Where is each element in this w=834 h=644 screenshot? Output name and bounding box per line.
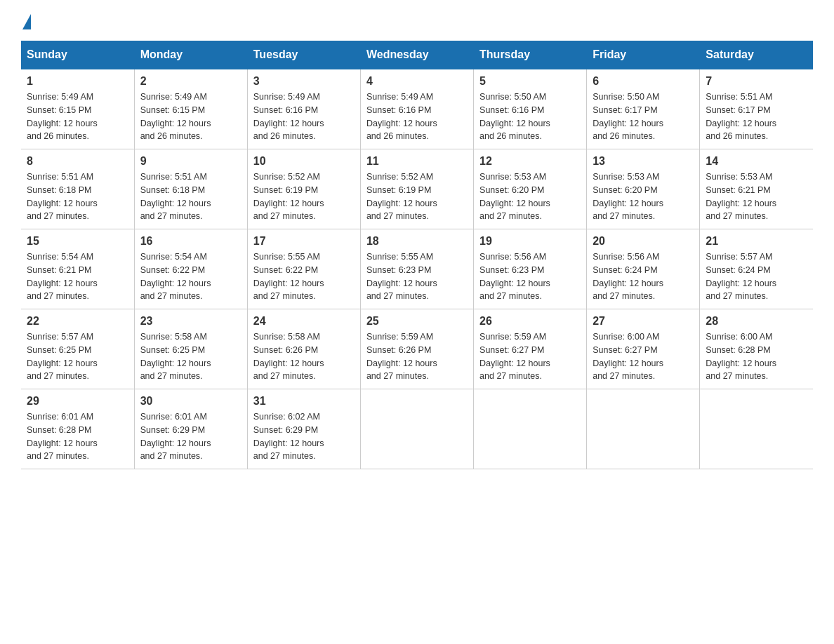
calendar-cell: 11Sunrise: 5:52 AMSunset: 6:19 PMDayligh…	[360, 149, 473, 229]
day-number: 31	[253, 395, 355, 408]
day-info: Sunrise: 6:01 AMSunset: 6:28 PMDaylight:…	[27, 410, 128, 463]
day-number: 29	[27, 395, 128, 408]
day-number: 15	[27, 235, 128, 248]
calendar-cell: 21Sunrise: 5:57 AMSunset: 6:24 PMDayligh…	[700, 229, 813, 309]
day-number: 16	[140, 235, 241, 248]
calendar-cell: 9Sunrise: 5:51 AMSunset: 6:18 PMDaylight…	[134, 149, 247, 229]
calendar-cell: 26Sunrise: 5:59 AMSunset: 6:27 PMDayligh…	[474, 309, 587, 389]
calendar-cell: 15Sunrise: 5:54 AMSunset: 6:21 PMDayligh…	[21, 229, 134, 309]
day-number: 24	[253, 315, 355, 328]
weekday-header-saturday: Saturday	[700, 41, 813, 69]
day-number: 28	[706, 315, 807, 328]
calendar-cell: 16Sunrise: 5:54 AMSunset: 6:22 PMDayligh…	[134, 229, 247, 309]
calendar-cell: 20Sunrise: 5:56 AMSunset: 6:24 PMDayligh…	[587, 229, 700, 309]
day-number: 25	[366, 315, 468, 328]
day-number: 30	[140, 395, 241, 408]
day-number: 8	[27, 155, 128, 168]
day-info: Sunrise: 5:51 AMSunset: 6:17 PMDaylight:…	[706, 90, 807, 143]
day-number: 26	[479, 315, 581, 328]
day-info: Sunrise: 6:01 AMSunset: 6:29 PMDaylight:…	[140, 410, 241, 463]
day-number: 19	[479, 235, 581, 248]
calendar-cell: 13Sunrise: 5:53 AMSunset: 6:20 PMDayligh…	[587, 149, 700, 229]
calendar-cell: 28Sunrise: 6:00 AMSunset: 6:28 PMDayligh…	[700, 309, 813, 389]
calendar-cell: 3Sunrise: 5:49 AMSunset: 6:16 PMDaylight…	[247, 69, 360, 149]
day-info: Sunrise: 5:55 AMSunset: 6:23 PMDaylight:…	[366, 250, 468, 303]
day-info: Sunrise: 5:53 AMSunset: 6:20 PMDaylight:…	[479, 170, 581, 223]
calendar-cell: 6Sunrise: 5:50 AMSunset: 6:17 PMDaylight…	[587, 69, 700, 149]
calendar-cell: 2Sunrise: 5:49 AMSunset: 6:15 PMDaylight…	[134, 69, 247, 149]
day-info: Sunrise: 6:00 AMSunset: 6:27 PMDaylight:…	[593, 330, 694, 383]
calendar-cell: 29Sunrise: 6:01 AMSunset: 6:28 PMDayligh…	[21, 389, 134, 469]
weekday-header-friday: Friday	[587, 41, 700, 69]
day-number: 2	[140, 75, 241, 88]
day-info: Sunrise: 5:57 AMSunset: 6:25 PMDaylight:…	[27, 330, 128, 383]
day-number: 7	[706, 75, 807, 88]
day-number: 21	[706, 235, 807, 248]
day-number: 5	[479, 75, 581, 88]
day-number: 20	[593, 235, 694, 248]
day-number: 27	[593, 315, 694, 328]
calendar-cell: 14Sunrise: 5:53 AMSunset: 6:21 PMDayligh…	[700, 149, 813, 229]
day-number: 22	[27, 315, 128, 328]
day-info: Sunrise: 5:54 AMSunset: 6:21 PMDaylight:…	[27, 250, 128, 303]
day-number: 18	[366, 235, 468, 248]
day-number: 14	[706, 155, 807, 168]
day-info: Sunrise: 5:56 AMSunset: 6:23 PMDaylight:…	[479, 250, 581, 303]
day-info: Sunrise: 5:50 AMSunset: 6:16 PMDaylight:…	[479, 90, 581, 143]
weekday-header-tuesday: Tuesday	[247, 41, 360, 69]
day-info: Sunrise: 5:59 AMSunset: 6:26 PMDaylight:…	[366, 330, 468, 383]
weekday-header-row: SundayMondayTuesdayWednesdayThursdayFrid…	[21, 41, 813, 69]
day-info: Sunrise: 6:00 AMSunset: 6:28 PMDaylight:…	[706, 330, 807, 383]
day-number: 10	[253, 155, 355, 168]
day-info: Sunrise: 5:59 AMSunset: 6:27 PMDaylight:…	[479, 330, 581, 383]
calendar-cell: 19Sunrise: 5:56 AMSunset: 6:23 PMDayligh…	[474, 229, 587, 309]
calendar-table: SundayMondayTuesdayWednesdayThursdayFrid…	[21, 41, 813, 469]
day-info: Sunrise: 5:54 AMSunset: 6:22 PMDaylight:…	[140, 250, 241, 303]
calendar-cell: 31Sunrise: 6:02 AMSunset: 6:29 PMDayligh…	[247, 389, 360, 469]
calendar-cell: 27Sunrise: 6:00 AMSunset: 6:27 PMDayligh…	[587, 309, 700, 389]
calendar-cell: 5Sunrise: 5:50 AMSunset: 6:16 PMDaylight…	[474, 69, 587, 149]
calendar-cell	[360, 389, 473, 469]
day-number: 9	[140, 155, 241, 168]
calendar-cell: 17Sunrise: 5:55 AMSunset: 6:22 PMDayligh…	[247, 229, 360, 309]
calendar-cell: 30Sunrise: 6:01 AMSunset: 6:29 PMDayligh…	[134, 389, 247, 469]
day-info: Sunrise: 5:58 AMSunset: 6:26 PMDaylight:…	[253, 330, 355, 383]
day-number: 1	[27, 75, 128, 88]
day-info: Sunrise: 5:51 AMSunset: 6:18 PMDaylight:…	[27, 170, 128, 223]
calendar-cell: 18Sunrise: 5:55 AMSunset: 6:23 PMDayligh…	[360, 229, 473, 309]
day-info: Sunrise: 5:58 AMSunset: 6:25 PMDaylight:…	[140, 330, 241, 383]
calendar-cell: 24Sunrise: 5:58 AMSunset: 6:26 PMDayligh…	[247, 309, 360, 389]
calendar-cell: 22Sunrise: 5:57 AMSunset: 6:25 PMDayligh…	[21, 309, 134, 389]
weekday-header-monday: Monday	[134, 41, 247, 69]
weekday-header-wednesday: Wednesday	[360, 41, 473, 69]
calendar-week-row: 22Sunrise: 5:57 AMSunset: 6:25 PMDayligh…	[21, 309, 813, 389]
day-info: Sunrise: 5:49 AMSunset: 6:15 PMDaylight:…	[140, 90, 241, 143]
calendar-cell: 23Sunrise: 5:58 AMSunset: 6:25 PMDayligh…	[134, 309, 247, 389]
logo	[21, 14, 32, 27]
weekday-header-thursday: Thursday	[474, 41, 587, 69]
calendar-cell	[700, 389, 813, 469]
day-info: Sunrise: 5:49 AMSunset: 6:15 PMDaylight:…	[27, 90, 128, 143]
calendar-week-row: 29Sunrise: 6:01 AMSunset: 6:28 PMDayligh…	[21, 389, 813, 469]
day-info: Sunrise: 5:56 AMSunset: 6:24 PMDaylight:…	[593, 250, 694, 303]
calendar-cell: 8Sunrise: 5:51 AMSunset: 6:18 PMDaylight…	[21, 149, 134, 229]
calendar-cell: 1Sunrise: 5:49 AMSunset: 6:15 PMDaylight…	[21, 69, 134, 149]
day-number: 3	[253, 75, 355, 88]
calendar-cell: 7Sunrise: 5:51 AMSunset: 6:17 PMDaylight…	[700, 69, 813, 149]
day-number: 4	[366, 75, 468, 88]
day-info: Sunrise: 5:53 AMSunset: 6:21 PMDaylight:…	[706, 170, 807, 223]
calendar-week-row: 1Sunrise: 5:49 AMSunset: 6:15 PMDaylight…	[21, 69, 813, 149]
weekday-header-sunday: Sunday	[21, 41, 134, 69]
day-number: 12	[479, 155, 581, 168]
day-info: Sunrise: 5:57 AMSunset: 6:24 PMDaylight:…	[706, 250, 807, 303]
day-info: Sunrise: 5:52 AMSunset: 6:19 PMDaylight:…	[253, 170, 355, 223]
page-header	[21, 14, 813, 27]
calendar-cell: 12Sunrise: 5:53 AMSunset: 6:20 PMDayligh…	[474, 149, 587, 229]
day-number: 17	[253, 235, 355, 248]
calendar-cell	[474, 389, 587, 469]
day-info: Sunrise: 5:53 AMSunset: 6:20 PMDaylight:…	[593, 170, 694, 223]
day-info: Sunrise: 5:49 AMSunset: 6:16 PMDaylight:…	[253, 90, 355, 143]
day-info: Sunrise: 5:52 AMSunset: 6:19 PMDaylight:…	[366, 170, 468, 223]
day-info: Sunrise: 6:02 AMSunset: 6:29 PMDaylight:…	[253, 410, 355, 463]
calendar-cell: 10Sunrise: 5:52 AMSunset: 6:19 PMDayligh…	[247, 149, 360, 229]
